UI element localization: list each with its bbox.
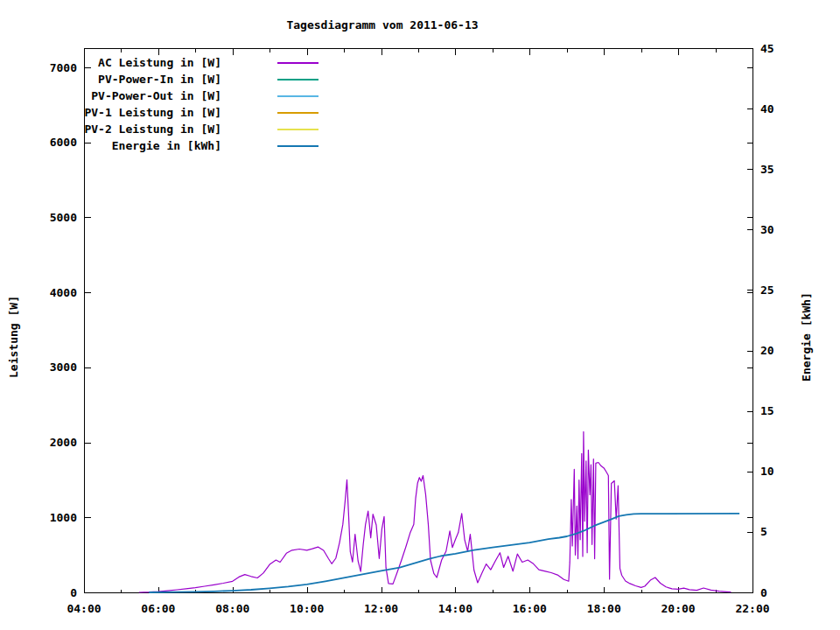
x-tick-label: 12:00: [364, 602, 398, 615]
y-tick-label: 2000: [50, 436, 77, 449]
x-tick-label: 18:00: [587, 602, 621, 615]
legend-row: AC Leistung in [W]: [73, 54, 318, 71]
chart-window: 04:0006:0008:0010:0012:0014:0016:0018:00…: [0, 0, 840, 630]
x-tick-label: 06:00: [141, 602, 175, 615]
x-tick-label: 10:00: [290, 602, 324, 615]
legend-label-energie: Energie in [kWh]: [73, 139, 221, 152]
legend-label-pv1-leistung: PV-1 Leistung in [W]: [73, 106, 221, 119]
legend-line-sample-energie: [277, 145, 318, 147]
legend-label-pv-power-out: PV-Power-Out in [W]: [73, 89, 221, 102]
legend-line-sample-pv-power-out: [277, 95, 318, 97]
legend-row: PV-Power-Out in [W]: [73, 88, 318, 104]
y2-tick-label: 10: [760, 465, 774, 478]
y2-tick-label: 15: [760, 404, 774, 417]
y2-tick-label: 20: [760, 344, 774, 357]
legend-label-ac-leistung: AC Leistung in [W]: [73, 56, 221, 69]
legend-line-sample-pv1-leistung: [277, 112, 318, 114]
legend-label-pv-power-in: PV-Power-In in [W]: [73, 73, 221, 86]
x-tick-label: 04:00: [66, 602, 101, 615]
legend-line-sample-ac-leistung: [277, 62, 318, 64]
x-tick-label: 20:00: [662, 602, 696, 615]
chart-title: Tagesdiagramm vom 2011-06-13: [84, 18, 681, 32]
y2-tick-label: 40: [760, 102, 774, 116]
y2-tick-label: 35: [760, 163, 774, 176]
y2-tick-label: 0: [760, 586, 767, 599]
y2-tick-label: 25: [760, 284, 774, 297]
x-tick-label: 22:00: [735, 602, 769, 615]
legend: AC Leistung in [W] PV-Power-In in [W] PV…: [73, 54, 318, 154]
y-axis-title: Leistung [W]: [7, 296, 20, 378]
legend-row: Energie in [kWh]: [73, 137, 318, 154]
series-line-energie-in-kwh: [149, 514, 739, 592]
y-tick-label: 0: [70, 586, 77, 599]
y2-tick-label: 45: [760, 42, 774, 55]
y-tick-label: 4000: [50, 286, 77, 299]
legend-row: PV-1 Leistung in [W]: [73, 104, 318, 121]
y2-tick-label: 30: [760, 223, 774, 236]
legend-line-sample-pv2-leistung: [277, 129, 318, 130]
y-tick-label: 1000: [50, 511, 77, 524]
y-tick-label: 5000: [50, 211, 77, 224]
legend-line-sample-pv-power-in: [277, 79, 318, 80]
legend-label-pv2-leistung: PV-2 Leistung in [W]: [73, 122, 221, 136]
x-tick-label: 16:00: [513, 602, 547, 615]
y2-tick-label: 5: [760, 525, 767, 538]
y-tick-label: 3000: [50, 360, 77, 374]
x-tick-label: 14:00: [438, 602, 472, 615]
series-line-ac-leistung-in-w: [139, 431, 732, 592]
legend-row: PV-Power-In in [W]: [73, 71, 318, 88]
x-tick-label: 08:00: [215, 602, 249, 615]
legend-row: PV-2 Leistung in [W]: [73, 121, 318, 137]
y2-axis-title: Energie [kWh]: [800, 292, 813, 382]
